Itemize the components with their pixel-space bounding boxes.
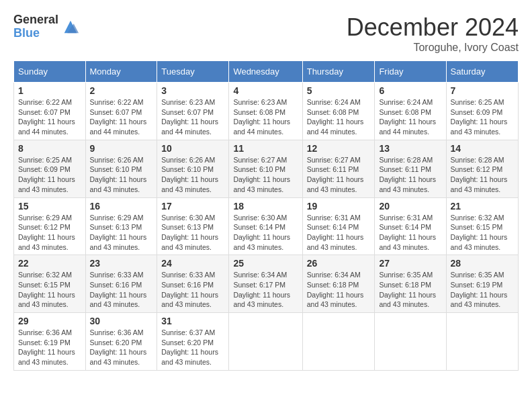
day-info: Sunrise: 6:33 AMSunset: 6:16 PMDaylight:…: [90, 271, 147, 308]
table-row: 25Sunrise: 6:34 AMSunset: 6:17 PMDayligh…: [229, 255, 302, 313]
table-row: 14Sunrise: 6:28 AMSunset: 6:12 PMDayligh…: [446, 140, 519, 197]
table-row: 2Sunrise: 6:22 AMSunset: 6:07 PMDaylight…: [85, 83, 157, 140]
table-row: 19Sunrise: 6:31 AMSunset: 6:14 PMDayligh…: [302, 197, 375, 255]
day-number: 27: [379, 258, 441, 269]
day-info: Sunrise: 6:32 AMSunset: 6:15 PMDaylight:…: [451, 214, 508, 251]
day-info: Sunrise: 6:36 AMSunset: 6:19 PMDaylight:…: [18, 328, 75, 366]
logo: General Blue: [13, 13, 80, 40]
title-section: December 2024 Toroguhe, Ivory Coast: [347, 13, 519, 54]
header-sunday: Sunday: [14, 61, 86, 83]
table-row: 29Sunrise: 6:36 AMSunset: 6:19 PMDayligh…: [14, 313, 86, 371]
day-number: 29: [18, 316, 81, 326]
day-number: 14: [451, 143, 515, 154]
table-row: 23Sunrise: 6:33 AMSunset: 6:16 PMDayligh…: [85, 255, 157, 313]
table-row: 18Sunrise: 6:30 AMSunset: 6:14 PMDayligh…: [229, 197, 302, 255]
day-info: Sunrise: 6:24 AMSunset: 6:08 PMDaylight:…: [379, 98, 436, 136]
logo-icon: [61, 17, 80, 36]
day-number: 24: [161, 258, 224, 269]
table-row: 16Sunrise: 6:29 AMSunset: 6:13 PMDayligh…: [85, 197, 157, 255]
day-number: 30: [90, 316, 153, 326]
table-row: [302, 313, 375, 371]
table-row: 26Sunrise: 6:34 AMSunset: 6:18 PMDayligh…: [302, 255, 375, 313]
day-number: 5: [307, 85, 371, 96]
day-number: 7: [451, 85, 515, 96]
table-row: 8Sunrise: 6:25 AMSunset: 6:09 PMDaylight…: [14, 140, 86, 197]
day-info: Sunrise: 6:28 AMSunset: 6:12 PMDaylight:…: [451, 156, 508, 193]
day-info: Sunrise: 6:28 AMSunset: 6:11 PMDaylight:…: [379, 156, 436, 193]
page-header: General Blue December 2024 Toroguhe, Ivo…: [13, 13, 519, 54]
table-row: 28Sunrise: 6:35 AMSunset: 6:19 PMDayligh…: [446, 255, 519, 313]
header-saturday: Saturday: [446, 61, 519, 83]
month-title: December 2024: [347, 13, 519, 42]
table-row: 31Sunrise: 6:37 AMSunset: 6:20 PMDayligh…: [157, 313, 229, 371]
day-number: 21: [451, 201, 515, 212]
day-info: Sunrise: 6:29 AMSunset: 6:12 PMDaylight:…: [18, 214, 75, 251]
day-number: 11: [233, 143, 298, 154]
day-number: 3: [161, 85, 224, 96]
day-info: Sunrise: 6:36 AMSunset: 6:20 PMDaylight:…: [90, 328, 147, 366]
day-info: Sunrise: 6:25 AMSunset: 6:09 PMDaylight:…: [451, 98, 508, 136]
day-info: Sunrise: 6:24 AMSunset: 6:08 PMDaylight:…: [307, 98, 364, 136]
table-row: 7Sunrise: 6:25 AMSunset: 6:09 PMDaylight…: [446, 83, 519, 140]
table-row: 6Sunrise: 6:24 AMSunset: 6:08 PMDaylight…: [375, 83, 446, 140]
table-row: 22Sunrise: 6:32 AMSunset: 6:15 PMDayligh…: [14, 255, 86, 313]
table-row: 5Sunrise: 6:24 AMSunset: 6:08 PMDaylight…: [302, 83, 375, 140]
day-info: Sunrise: 6:27 AMSunset: 6:10 PMDaylight:…: [233, 156, 290, 193]
day-info: Sunrise: 6:22 AMSunset: 6:07 PMDaylight:…: [90, 98, 147, 136]
header-wednesday: Wednesday: [229, 61, 302, 83]
calendar-table: Sunday Monday Tuesday Wednesday Thursday…: [13, 60, 519, 371]
day-info: Sunrise: 6:35 AMSunset: 6:18 PMDaylight:…: [379, 271, 436, 308]
day-number: 23: [90, 258, 153, 269]
day-info: Sunrise: 6:27 AMSunset: 6:11 PMDaylight:…: [307, 156, 364, 193]
table-row: 11Sunrise: 6:27 AMSunset: 6:10 PMDayligh…: [229, 140, 302, 197]
day-number: 6: [379, 85, 441, 96]
day-info: Sunrise: 6:37 AMSunset: 6:20 PMDaylight:…: [161, 328, 218, 366]
day-number: 8: [18, 143, 81, 154]
table-row: 3Sunrise: 6:23 AMSunset: 6:07 PMDaylight…: [157, 83, 229, 140]
day-number: 10: [161, 143, 224, 154]
table-row: 10Sunrise: 6:26 AMSunset: 6:10 PMDayligh…: [157, 140, 229, 197]
day-info: Sunrise: 6:32 AMSunset: 6:15 PMDaylight:…: [18, 271, 75, 308]
day-number: 25: [233, 258, 298, 269]
logo-blue: Blue: [13, 27, 58, 40]
header-thursday: Thursday: [302, 61, 375, 83]
day-number: 31: [161, 316, 224, 326]
day-number: 12: [307, 143, 371, 154]
day-number: 28: [451, 258, 515, 269]
day-info: Sunrise: 6:34 AMSunset: 6:18 PMDaylight:…: [307, 271, 364, 308]
table-row: 21Sunrise: 6:32 AMSunset: 6:15 PMDayligh…: [446, 197, 519, 255]
day-info: Sunrise: 6:23 AMSunset: 6:07 PMDaylight:…: [161, 98, 218, 136]
table-row: 30Sunrise: 6:36 AMSunset: 6:20 PMDayligh…: [85, 313, 157, 371]
table-row: 9Sunrise: 6:26 AMSunset: 6:10 PMDaylight…: [85, 140, 157, 197]
day-info: Sunrise: 6:31 AMSunset: 6:14 PMDaylight:…: [307, 214, 364, 251]
day-number: 1: [18, 85, 81, 96]
header-friday: Friday: [375, 61, 446, 83]
day-number: 18: [233, 201, 298, 212]
header-monday: Monday: [85, 61, 157, 83]
day-number: 4: [233, 85, 298, 96]
day-number: 13: [379, 143, 441, 154]
logo-general: General: [13, 13, 58, 27]
day-number: 26: [307, 258, 371, 269]
day-info: Sunrise: 6:35 AMSunset: 6:19 PMDaylight:…: [451, 271, 508, 308]
day-number: 15: [18, 201, 81, 212]
day-number: 2: [90, 85, 153, 96]
header-tuesday: Tuesday: [157, 61, 229, 83]
table-row: 17Sunrise: 6:30 AMSunset: 6:13 PMDayligh…: [157, 197, 229, 255]
day-info: Sunrise: 6:30 AMSunset: 6:14 PMDaylight:…: [233, 214, 290, 251]
day-number: 9: [90, 143, 153, 154]
day-info: Sunrise: 6:23 AMSunset: 6:08 PMDaylight:…: [233, 98, 290, 136]
table-row: 15Sunrise: 6:29 AMSunset: 6:12 PMDayligh…: [14, 197, 86, 255]
day-info: Sunrise: 6:31 AMSunset: 6:14 PMDaylight:…: [379, 214, 436, 251]
day-info: Sunrise: 6:29 AMSunset: 6:13 PMDaylight:…: [90, 214, 147, 251]
table-row: 12Sunrise: 6:27 AMSunset: 6:11 PMDayligh…: [302, 140, 375, 197]
day-info: Sunrise: 6:30 AMSunset: 6:13 PMDaylight:…: [161, 214, 218, 251]
table-row: 20Sunrise: 6:31 AMSunset: 6:14 PMDayligh…: [375, 197, 446, 255]
calendar-header-row: Sunday Monday Tuesday Wednesday Thursday…: [14, 61, 519, 83]
day-info: Sunrise: 6:33 AMSunset: 6:16 PMDaylight:…: [161, 271, 218, 308]
day-number: 17: [161, 201, 224, 212]
table-row: 4Sunrise: 6:23 AMSunset: 6:08 PMDaylight…: [229, 83, 302, 140]
day-number: 19: [307, 201, 371, 212]
table-row: 24Sunrise: 6:33 AMSunset: 6:16 PMDayligh…: [157, 255, 229, 313]
table-row: 1Sunrise: 6:22 AMSunset: 6:07 PMDaylight…: [14, 83, 86, 140]
